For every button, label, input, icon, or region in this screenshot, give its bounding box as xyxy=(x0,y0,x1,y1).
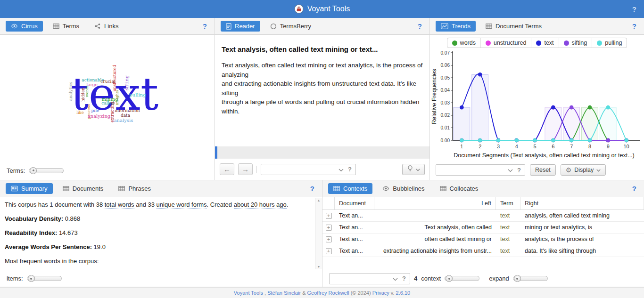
reader-body[interactable]: Text analysis, often called text mining … xyxy=(215,35,429,146)
header-term[interactable]: Term xyxy=(496,197,520,209)
terms-slider-thumb[interactable] xyxy=(30,167,37,174)
cloud-word[interactable]: sifting xyxy=(124,75,129,90)
search-help-icon[interactable]: ? xyxy=(348,166,352,173)
chevron-down-icon xyxy=(596,167,601,173)
expand-row-icon[interactable]: + xyxy=(326,236,332,242)
help-icon[interactable]: ? xyxy=(630,22,638,30)
chevron-down-icon[interactable] xyxy=(508,166,513,174)
table-row[interactable]: +Text an...often called text mining orte… xyxy=(322,234,644,245)
cloud-word[interactable]: analysis xyxy=(114,118,133,123)
search-help-icon[interactable]: ? xyxy=(517,167,521,174)
chevron-down-icon[interactable] xyxy=(339,165,344,174)
legend-item-text[interactable]: text xyxy=(531,38,558,48)
context-slider[interactable] xyxy=(445,276,479,281)
tab-label: Cirrus xyxy=(21,23,38,30)
tab-bubblelines[interactable]: Bubblelines xyxy=(377,183,429,194)
expand-row-icon[interactable]: + xyxy=(326,248,332,254)
cirrus-toolbar: Terms: xyxy=(0,161,215,180)
tab-documents[interactable]: Documents xyxy=(58,183,109,194)
cloud-word[interactable]: insights xyxy=(115,90,119,105)
chevron-down-icon xyxy=(416,166,420,173)
table-row[interactable]: +Text an...Text analysis, often calledte… xyxy=(322,222,644,234)
context-slider-thumb[interactable] xyxy=(446,275,453,282)
tab-reader[interactable]: Reader xyxy=(221,21,260,32)
legend-item-pulling[interactable]: pulling xyxy=(592,38,627,48)
items-slider[interactable] xyxy=(27,276,62,281)
summary-term-link[interactable]: about 20 hours ago xyxy=(234,201,287,209)
contexts-search-combo[interactable]: ? xyxy=(329,273,410,284)
summary-term-link[interactable]: total words xyxy=(105,201,134,209)
prev-document-button[interactable]: ← xyxy=(220,163,234,175)
table-row[interactable]: +Text an...textanalysis, often called te… xyxy=(322,210,644,222)
word-cloud[interactable]: textanalyticsactionablelargecrucialunstr… xyxy=(0,35,215,161)
display-button[interactable]: ⚙ Display xyxy=(561,164,606,176)
cloud-word[interactable]: like xyxy=(76,110,84,115)
tab-cirrus[interactable]: Cirrus xyxy=(6,21,43,32)
summary-term-link[interactable]: unique word forms xyxy=(157,201,207,209)
legend-item-words[interactable]: words xyxy=(447,38,480,48)
help-icon[interactable]: ? xyxy=(308,185,316,193)
help-icon[interactable]: ? xyxy=(630,185,638,193)
items-slider-thumb[interactable] xyxy=(28,275,35,282)
terms-slider[interactable] xyxy=(29,168,64,173)
cloud-word[interactable]: analyzing xyxy=(88,113,111,119)
svg-text:0.07: 0.07 xyxy=(441,50,450,56)
expand-row-icon[interactable]: + xyxy=(326,213,332,219)
tab-trends[interactable]: Trends xyxy=(436,21,476,32)
cloud-word[interactable]: unstructured xyxy=(112,65,117,91)
tab-label: TermsBerry xyxy=(280,23,311,30)
cloud-word[interactable]: data xyxy=(121,113,130,118)
table-row[interactable]: +Text an...extracting actionable insight… xyxy=(322,245,644,257)
expand-slider-thumb[interactable] xyxy=(514,275,521,282)
tab-links[interactable]: Links xyxy=(89,21,124,32)
reader-position-marker[interactable] xyxy=(215,146,217,159)
footer-link[interactable]: Voyant Tools xyxy=(234,290,263,296)
legend-item-unstructured[interactable]: unstructured xyxy=(480,38,531,48)
trends-chart[interactable]: 0.000.010.020.030.040.050.060.0712345678… xyxy=(431,49,642,162)
tab-collocates[interactable]: Collocates xyxy=(435,183,484,194)
cell-term: text xyxy=(496,236,520,242)
reset-button[interactable]: Reset xyxy=(530,164,556,176)
footer-text: , xyxy=(263,290,267,296)
cloud-word[interactable]: hidden xyxy=(81,88,85,102)
footer-link[interactable]: Privacy xyxy=(372,290,389,296)
tab-summary[interactable]: Summary xyxy=(6,183,53,194)
footer-link[interactable]: Geoffrey Rockwell xyxy=(307,290,349,296)
expand-row-icon[interactable]: + xyxy=(326,225,332,231)
footer-link[interactable]: 2.6.10 xyxy=(396,290,411,296)
cloud-word[interactable]: pile xyxy=(91,108,99,113)
contexts-tabbar: ContextsBubblelinesCollocates? xyxy=(322,180,644,197)
help-icon[interactable]: ? xyxy=(416,22,424,30)
contexts-table-header: DocumentLeftTermRight xyxy=(322,197,644,210)
tab-phrases[interactable]: Phrases xyxy=(113,183,156,194)
scroll-down-icon[interactable]: ▼ xyxy=(317,265,321,268)
help-icon[interactable]: ? xyxy=(632,5,636,13)
help-icon[interactable]: ? xyxy=(201,22,209,30)
tab-document-terms[interactable]: Document Terms xyxy=(480,21,547,32)
header-document[interactable]: Document xyxy=(335,197,374,209)
cloud-word[interactable]: analytics xyxy=(68,82,73,101)
stat-line: Vocabulary Density: 0.868 xyxy=(5,215,310,222)
footer-link[interactable]: Stéfan Sinclair xyxy=(267,290,301,296)
scrollbar-vertical[interactable]: ▲ ▼ xyxy=(315,198,322,269)
cloud-word[interactable]: information xyxy=(115,108,140,113)
brand: Voyant Tools xyxy=(294,4,350,14)
tab-termsberry[interactable]: TermsBerry xyxy=(265,21,316,32)
tab-contexts[interactable]: Contexts xyxy=(328,183,372,194)
scroll-up-icon[interactable]: ▲ xyxy=(317,199,321,202)
reader-position-bar[interactable] xyxy=(215,146,429,159)
header-left[interactable]: Left xyxy=(374,197,496,209)
tab-terms[interactable]: Terms xyxy=(48,21,84,32)
next-document-button[interactable]: → xyxy=(238,163,253,175)
reader-search-combo[interactable]: ? xyxy=(261,164,356,175)
stat-value: 0.868 xyxy=(65,215,81,222)
header-right[interactable]: Right xyxy=(520,197,644,209)
expand-slider[interactable] xyxy=(513,276,548,281)
search-help-icon[interactable]: ? xyxy=(402,275,406,282)
chevron-down-icon[interactable] xyxy=(393,274,398,283)
highlight-options-button[interactable] xyxy=(402,164,425,175)
trends-search-combo[interactable]: ? xyxy=(436,164,525,176)
legend-item-sifting[interactable]: sifting xyxy=(559,38,592,48)
expand-slider-label: expand xyxy=(489,275,509,282)
cloud-word[interactable]: pulling xyxy=(129,92,146,97)
